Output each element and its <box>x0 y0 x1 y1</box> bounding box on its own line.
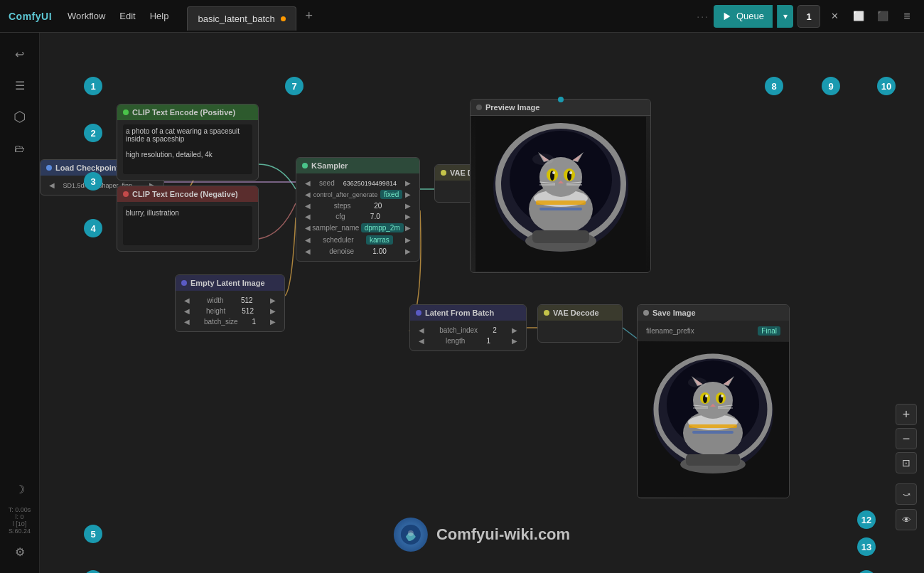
width-arrow-right[interactable]: ▶ <box>270 296 276 304</box>
status-iter: l: 0 <box>9 513 31 520</box>
control-row: ◀ control_after_generate fixed ▶ <box>302 188 414 200</box>
height-label: height <box>206 307 225 315</box>
clip-neg-header: CLIP Text Encode (Negative) <box>117 186 258 202</box>
height-arrow-right[interactable]: ▶ <box>270 307 276 315</box>
clip-neg-dot <box>123 191 129 197</box>
filename-row: filename_prefix Final <box>643 325 783 337</box>
add-tab-button[interactable]: + <box>299 6 319 26</box>
fit-button[interactable]: ⬜ <box>849 6 869 26</box>
send-button[interactable]: ⤻ <box>896 483 917 505</box>
ksampler-header: KSampler <box>296 158 419 173</box>
sidebar-bottom: ☽ T: 0.00s l: 0 l [10] S:60.24 ⚙ <box>0 475 39 566</box>
latent-dot <box>181 280 187 286</box>
node-latent-from-batch[interactable]: Latent From Batch ◀ batch_index 2 ▶ ◀ le… <box>409 304 527 351</box>
cfg-row: ◀ cfg 7.0 ▶ <box>302 211 414 222</box>
node-preview-image[interactable]: Preview Image <box>470 99 651 273</box>
denoise-value: 1.00 <box>372 247 386 255</box>
badge-6: 6 <box>84 570 102 573</box>
denoise-row: ◀ denoise 1.00 ▶ <box>302 246 414 257</box>
canvas: Load Checkpoint ◀ SD1.5dreamshaper_finpa… <box>40 33 924 573</box>
queue-button[interactable]: Queue <box>714 5 773 28</box>
badge-2: 2 <box>84 124 102 142</box>
watermark-logo <box>394 518 428 552</box>
scheduler-label: scheduler <box>323 236 353 244</box>
control-value: fixed <box>380 190 402 199</box>
seed-value: 636250194499814 <box>343 180 397 187</box>
queue-count-display: 1 <box>797 5 820 28</box>
latent-width-row: ◀ width 512 ▶ <box>181 295 279 306</box>
node-empty-latent[interactable]: Empty Latent Image ◀ width 512 ▶ ◀ heigh… <box>175 274 285 332</box>
ckpt-arrow-left[interactable]: ◀ <box>49 181 55 189</box>
badge-14: 14 <box>857 570 876 573</box>
ksampler-dot <box>302 163 308 168</box>
play-icon <box>722 11 732 21</box>
zoom-in-button[interactable]: + <box>896 404 917 425</box>
node-clip-positive[interactable]: CLIP Text Encode (Positive) a photo of a… <box>117 104 259 181</box>
vae-top-dot <box>441 170 446 176</box>
vae-bot-header: VAE Decode <box>538 305 622 321</box>
preview-title: Preview Image <box>485 103 539 112</box>
clip-pos-header: CLIP Text Encode (Positive) <box>117 105 258 120</box>
badge-5: 5 <box>84 525 102 543</box>
batch-arrow-left[interactable]: ◀ <box>184 318 190 326</box>
interrupt-button[interactable]: ✕ <box>824 6 844 26</box>
preview-dot-indicator <box>558 97 564 102</box>
badge-9: 9 <box>822 77 840 95</box>
node-clip-negative[interactable]: CLIP Text Encode (Negative) blurry, illu… <box>117 186 259 252</box>
clip-neg-body: blurry, illustration <box>117 202 258 251</box>
sidebar-files-button[interactable]: 🗁 <box>6 134 34 162</box>
seed-row: ◀ seed 636250194499814 ▶ <box>302 178 414 188</box>
sidebar-history-button[interactable]: ↩ <box>6 40 34 68</box>
zoom-out-button[interactable]: − <box>896 428 917 449</box>
svg-rect-50 <box>689 424 737 428</box>
clip-neg-text[interactable]: blurry, illustration <box>123 206 252 245</box>
seed-label: seed <box>319 179 335 187</box>
node-vae-decode-bottom[interactable]: VAE Decode <box>537 304 623 343</box>
svg-point-54 <box>688 377 707 387</box>
sidebar-settings-button[interactable]: ⚙ <box>6 537 34 566</box>
latent-title: Empty Latent Image <box>190 279 265 287</box>
width-arrow-left[interactable]: ◀ <box>184 296 190 304</box>
sidebar-models-button[interactable]: ⬡ <box>6 102 34 131</box>
batch-label: batch_size <box>204 318 238 326</box>
badge-7: 7 <box>285 77 303 95</box>
latent-batch-title: Latent From Batch <box>425 309 494 317</box>
badge-4: 4 <box>84 219 102 237</box>
status-iter2: l [10] <box>9 520 31 528</box>
clip-pos-text[interactable]: a photo of a cat wearing a spacesuit ins… <box>123 124 252 174</box>
length-value: 1 <box>486 337 490 345</box>
height-arrow-left[interactable]: ◀ <box>184 307 190 315</box>
preview-cat-image <box>476 117 646 272</box>
tab-basic-latent-batch[interactable]: basic_latent_batch <box>187 6 296 31</box>
sidebar-theme-button[interactable]: ☽ <box>6 475 34 503</box>
latent-height-row: ◀ height 512 ▶ <box>181 306 279 316</box>
batch-arrow-right[interactable]: ▶ <box>270 318 276 326</box>
checkpoint-dot <box>46 165 52 171</box>
split-button[interactable]: ⬛ <box>873 6 893 26</box>
view-button[interactable]: 👁 <box>896 509 917 530</box>
menu-workflow[interactable]: Workflow <box>60 0 112 32</box>
topbar: ComfyUI Workflow Edit Help basic_latent_… <box>0 0 924 33</box>
badge-1: 1 <box>84 77 102 95</box>
node-ksampler[interactable]: KSampler ◀ seed 636250194499814 ▶ ◀ cont… <box>296 157 420 262</box>
vae-bot-title: VAE Decode <box>553 309 599 317</box>
main-menu-button[interactable]: ≡ <box>897 6 917 26</box>
clip-pos-title: CLIP Text Encode (Positive) <box>132 108 235 117</box>
svg-rect-26 <box>532 230 589 243</box>
menu-help[interactable]: Help <box>143 0 176 32</box>
queue-dropdown-button[interactable]: ▾ <box>777 5 793 28</box>
filename-value: Final <box>758 326 780 336</box>
latent-body: ◀ width 512 ▶ ◀ height 512 ▶ ◀ batch_siz… <box>176 291 284 331</box>
svg-rect-24 <box>539 208 582 210</box>
fit-view-button[interactable]: ⊡ <box>896 452 917 473</box>
menu-edit[interactable]: Edit <box>112 0 142 32</box>
sidebar-nodes-button[interactable]: ☰ <box>6 71 34 100</box>
sampler-value: dpmpp_2m <box>361 223 404 232</box>
latent-batch-dot <box>416 310 421 316</box>
node-save-image[interactable]: Save Image filename_prefix Final <box>637 304 790 498</box>
batch-value: 1 <box>252 318 257 326</box>
checkpoint-title: Load Checkpoint <box>55 164 119 172</box>
denoise-label: denoise <box>329 247 354 255</box>
comfyui-logo-icon <box>400 524 421 545</box>
cfg-value: 7.0 <box>370 213 380 220</box>
